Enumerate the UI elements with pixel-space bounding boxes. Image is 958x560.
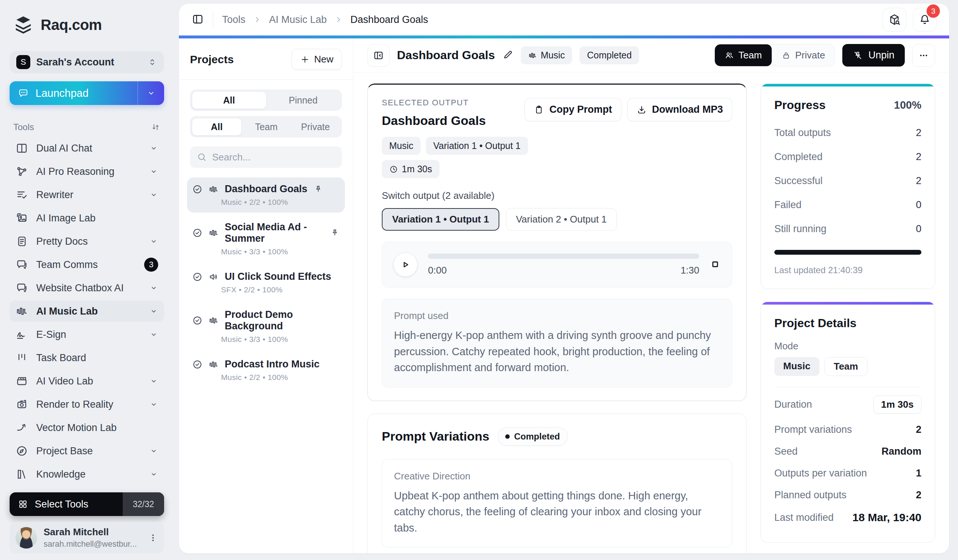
output-option-2[interactable]: Variation 2 • Output 1 [506, 208, 617, 231]
reasoning-icon [16, 165, 28, 178]
clock-icon [389, 165, 398, 174]
select-tools-button[interactable]: Select Tools 32/32 [10, 492, 164, 516]
sort-icon[interactable] [151, 122, 160, 132]
project-item-ui-click-sfx[interactable]: UI Click Sound Effects SFX • 2/2 • 100% [187, 265, 345, 300]
pin-slash-icon [853, 50, 863, 60]
package-search-button[interactable] [883, 8, 906, 32]
status-dot-icon [505, 434, 510, 439]
row-value: 0 [916, 223, 922, 235]
image-lab-icon [16, 212, 28, 224]
task-board-icon [16, 352, 28, 364]
launchpad-caret[interactable] [138, 81, 164, 105]
content-area: Dashboard Goals Music Completed [353, 38, 949, 553]
sidebar-item-ai-video-lab[interactable]: AI Video Lab [10, 370, 164, 392]
more-options-button[interactable] [912, 44, 935, 67]
sidebar-item-project-base[interactable]: Project Base [10, 440, 164, 462]
collapse-panel-button[interactable] [367, 44, 390, 67]
visibility-private-button[interactable]: Private [772, 44, 835, 66]
sidebar-item-rewriter[interactable]: Rewriter [10, 184, 164, 206]
sidebar-item-label: AI Pro Reasoning [36, 166, 141, 178]
project-item-title: Social Media Ad - Summer [225, 221, 324, 244]
sidebar-bottom: Select Tools 32/32 Sarah Mitchell sarah.… [10, 492, 164, 553]
sidebar-item-ai-music-lab[interactable]: AI Music Lab [10, 300, 164, 322]
kebab-menu-icon[interactable] [148, 533, 158, 543]
esign-icon [16, 328, 28, 341]
sidebar-item-task-board[interactable]: Task Board [10, 347, 164, 368]
visibility-team-button[interactable]: Team [715, 44, 772, 66]
stop-button[interactable] [710, 259, 721, 271]
sidebar-item-dual-ai-chat[interactable]: Dual AI Chat [10, 138, 164, 159]
stop-icon [710, 259, 721, 270]
projects-title: Projects [190, 53, 233, 66]
breadcrumb-ai-music-lab[interactable]: AI Music Lab [269, 14, 327, 25]
sidebar-item-vector-motion-lab[interactable]: Vector Motion Lab [10, 417, 164, 438]
account-switcher[interactable]: S Sarah's Account [10, 51, 164, 73]
notifications-button[interactable]: 3 [913, 8, 937, 32]
project-item-podcast-intro[interactable]: Podcast Intro Music Music • 2/2 • 100% [187, 353, 345, 388]
row-label: Prompt variations [774, 424, 852, 435]
select-tools-label: Select Tools [35, 499, 88, 510]
chevron-down-icon [149, 237, 158, 246]
sidebar-item-label: Render to Reality [36, 399, 141, 410]
breadcrumb-tools[interactable]: Tools [222, 14, 246, 25]
row-value: 2 [916, 151, 922, 163]
elapsed-time: 0:00 [428, 265, 447, 276]
chatbox-icon [16, 282, 28, 294]
sidebar-item-label: Pretty Docs [36, 236, 141, 247]
breadcrumb: Tools AI Music Lab Dashboard Goals [222, 14, 874, 25]
download-mp3-button[interactable]: Download MP3 [627, 98, 732, 121]
sidebar-item-ai-image-lab[interactable]: AI Image Lab [10, 207, 164, 229]
waveform-icon [528, 51, 537, 60]
projects-panel: Projects New All Pinned All Team Private [179, 38, 353, 553]
progress-track[interactable] [428, 254, 699, 259]
sidebar-item-pretty-docs[interactable]: Pretty Docs [10, 231, 164, 252]
tab-all[interactable]: All [192, 91, 266, 109]
sidebar-toggle-button[interactable] [192, 13, 204, 27]
music-lab-icon [16, 305, 28, 317]
chevron-right-icon [334, 15, 343, 24]
chevron-down-icon [149, 470, 158, 479]
last-updated: Last updated 21:40:39 [774, 265, 922, 275]
notification-badge: 3 [926, 5, 940, 18]
row-label: Duration [774, 399, 812, 410]
row-value: 2 [916, 424, 922, 435]
new-project-button[interactable]: New [292, 49, 342, 70]
mode-badge-music: Music [774, 357, 819, 376]
project-item-product-demo[interactable]: Product Demo Background Music • 3/3 • 10… [187, 303, 345, 350]
output-option-1[interactable]: Variation 1 • Output 1 [382, 208, 499, 231]
edit-title-button[interactable] [502, 49, 513, 61]
user-menu[interactable]: Sarah Mitchell sarah.mitchell@westbur... [10, 522, 164, 553]
details-row: Last modified 18 Mar, 19:40 [774, 506, 922, 529]
progress-accent-bar [761, 84, 935, 87]
download-mp3-label: Download MP3 [652, 104, 723, 115]
tab-scope-all[interactable]: All [192, 118, 242, 136]
breadcrumb-current: Dashboard Goals [351, 14, 428, 25]
sidebar-item-ai-pro-reasoning[interactable]: AI Pro Reasoning [10, 161, 164, 182]
unpin-button[interactable]: Unpin [842, 44, 905, 67]
sidebar-item-render-to-reality[interactable]: Render to Reality [10, 393, 164, 415]
progress-row: Completed 2 [774, 145, 922, 169]
divider [774, 387, 922, 387]
launchpad-button[interactable]: Launchpad [10, 81, 164, 105]
details-rows: Duration 1m 30s Prompt variations 2 Seed [774, 390, 922, 529]
project-item-social-media-ad[interactable]: Social Media Ad - Summer Music • 3/3 • 1… [187, 216, 345, 262]
details-accent-bar [761, 302, 935, 305]
search-input[interactable] [212, 152, 336, 163]
clipboard-icon [534, 105, 544, 115]
account-avatar: S [16, 55, 30, 69]
sidebar-item-website-chatbox-ai[interactable]: Website Chatbox AI [10, 277, 164, 299]
sidebar-item-team-comms[interactable]: Team Comms 3 [10, 254, 164, 275]
progress-row: Total outputs 2 [774, 121, 922, 145]
project-item-dashboard-goals[interactable]: Dashboard Goals Music • 2/2 • 100% [187, 178, 345, 213]
copy-prompt-button[interactable]: Copy Prompt [525, 98, 621, 121]
play-button[interactable] [393, 252, 418, 277]
sidebar-item-knowledge[interactable]: Knowledge [10, 463, 164, 485]
project-item-meta: Music • 2/2 • 100% [221, 198, 339, 207]
project-item-meta: Music • 3/3 • 100% [221, 335, 339, 344]
tab-scope-team[interactable]: Team [242, 118, 291, 136]
tool-list: Dual AI Chat AI Pro Reasoning Rewriter A… [10, 138, 164, 508]
tab-pinned[interactable]: Pinned [266, 91, 340, 109]
sidebar-item-e-sign[interactable]: E-Sign [10, 324, 164, 345]
waveform-icon [208, 228, 219, 238]
tab-scope-private[interactable]: Private [291, 118, 340, 136]
